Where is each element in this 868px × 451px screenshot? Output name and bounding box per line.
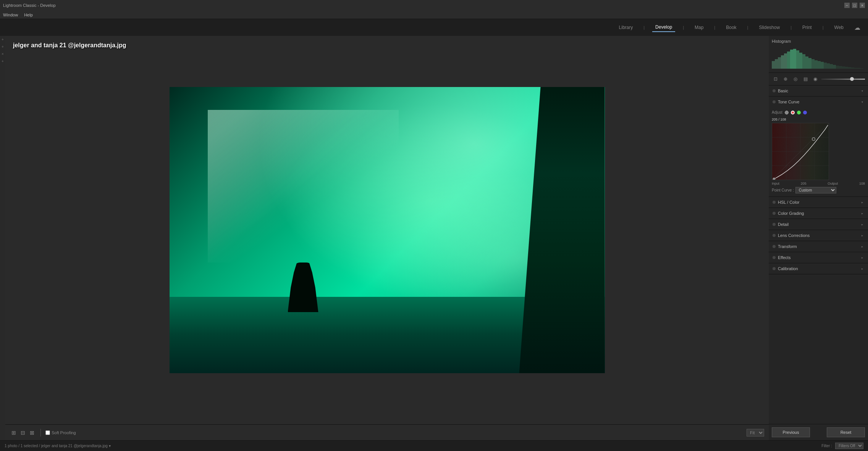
channel-dot-green[interactable] <box>797 111 801 114</box>
color-grading-header[interactable]: Color Grading ▸ <box>769 208 868 219</box>
graduated-filter-tool[interactable]: ▤ <box>802 75 809 83</box>
transform-header-left: Transform <box>773 244 797 249</box>
tone-curve-header-left: Tone Curve <box>773 100 799 104</box>
nav-map[interactable]: Map <box>692 23 706 32</box>
point-curve-row: Point Curve : Custom Linear Medium Contr… <box>772 187 865 193</box>
svg-rect-6 <box>790 50 793 69</box>
transform-section-header[interactable]: Transform ▸ <box>769 241 868 252</box>
svg-rect-16 <box>821 62 824 69</box>
nav-sep-3: | <box>714 25 715 30</box>
nav-slideshow[interactable]: Slideshow <box>756 23 783 32</box>
nav-web[interactable]: Web <box>831 23 847 32</box>
status-right: Filter : Filters Off Flagged Rated <box>821 443 863 449</box>
tone-curve-graph[interactable] <box>772 123 829 180</box>
status-left: 1 photo / 1 selected / jelger and tanja … <box>5 444 111 448</box>
title-bar-controls: − □ × <box>844 3 865 8</box>
status-filename: jelger and tanja 21 @jelgerandtanja.jpg <box>41 444 108 448</box>
lens-corrections-header-left: Lens Corrections <box>773 233 810 238</box>
detail-enable-dot[interactable] <box>773 223 776 226</box>
grid-view-btn[interactable]: ⊞ <box>10 429 18 437</box>
tool-icons-row: ⊡ ⊕ ◎ ▤ ◉ <box>769 73 868 85</box>
basic-section-header[interactable]: Basic ▾ <box>769 85 868 96</box>
svg-rect-13 <box>811 59 815 69</box>
nav-print[interactable]: Print <box>799 23 815 32</box>
svg-rect-10 <box>802 54 805 69</box>
svg-rect-19 <box>830 64 833 69</box>
minimize-button[interactable]: − <box>844 3 850 8</box>
healing-tool[interactable]: ⊕ <box>782 75 789 83</box>
tone-curve-section-header[interactable]: Tone Curve ▾ <box>769 97 868 107</box>
compare-btn[interactable]: ⊠ <box>28 429 36 437</box>
calibration-section-header[interactable]: Calibration ▸ <box>769 263 868 274</box>
tone-curve-controls: Adjust <box>772 110 865 114</box>
status-arrow[interactable]: ▾ <box>109 444 111 448</box>
svg-rect-29 <box>860 68 863 69</box>
transform-section: Transform ▸ <box>769 241 868 252</box>
lens-corrections-label: Lens Corrections <box>778 233 810 238</box>
hsl-header-left: HSL / Color <box>773 200 799 205</box>
transform-enable-dot[interactable] <box>773 245 776 248</box>
image-ground <box>170 297 605 373</box>
detail-section-header[interactable]: Detail ▸ <box>769 219 868 230</box>
previous-button[interactable]: Previous <box>772 427 810 437</box>
effects-enable-dot[interactable] <box>773 256 776 259</box>
channel-dot-gray[interactable] <box>785 111 789 114</box>
right-panel: Histogram <box>769 36 868 440</box>
soft-proofing-control[interactable]: Soft Proofing <box>45 430 76 435</box>
left-icon-1[interactable]: + <box>2 37 4 42</box>
photo-title: jelger and tanja 21 @jelgerandtanja.jpg <box>13 42 126 49</box>
left-icon-2[interactable]: + <box>2 45 4 49</box>
color-grading-enable-dot[interactable] <box>773 212 776 215</box>
tone-curve-content: Adjust 205 / 108 <box>769 107 868 197</box>
menu-window[interactable]: Window <box>3 13 18 17</box>
tone-curve-enable-dot[interactable] <box>773 100 776 103</box>
transform-collapse-icon: ▸ <box>860 245 864 248</box>
color-grading-collapse-icon: ▸ <box>860 211 864 215</box>
maximize-button[interactable]: □ <box>852 3 857 8</box>
color-grading-label: Color Grading <box>778 211 804 216</box>
effects-section-label: Effects <box>778 255 790 260</box>
soft-proofing-checkbox[interactable] <box>45 430 50 435</box>
close-button[interactable]: × <box>860 3 865 8</box>
basic-enable-dot[interactable] <box>773 89 776 92</box>
lens-corrections-header[interactable]: Lens Corrections ▸ <box>769 230 868 241</box>
toolbar-right: Fit Fill 1:1 <box>747 429 764 437</box>
svg-rect-14 <box>815 60 818 69</box>
color-grading-header-left: Color Grading <box>773 211 804 216</box>
main-image <box>170 87 605 373</box>
svg-rect-25 <box>848 67 851 69</box>
redeye-tool[interactable]: ◎ <box>792 75 799 83</box>
radial-filter-tool[interactable]: ◉ <box>811 75 819 83</box>
top-nav: Library | Develop | Map | Book | Slidesh… <box>0 19 868 36</box>
svg-rect-3 <box>781 55 784 69</box>
nav-library[interactable]: Library <box>616 23 636 32</box>
crop-tool[interactable]: ⊡ <box>772 75 779 83</box>
right-panel-scroll[interactable]: Basic ▾ Tone Curve ▾ <box>769 85 868 424</box>
svg-rect-28 <box>857 68 860 69</box>
tool-slider[interactable] <box>821 79 865 80</box>
reset-button[interactable]: Reset <box>827 427 865 437</box>
svg-rect-23 <box>842 66 845 69</box>
svg-rect-15 <box>818 61 821 69</box>
left-icon-add[interactable]: + <box>2 59 4 63</box>
filter-select[interactable]: Filters Off Flagged Rated <box>835 443 863 449</box>
hsl-enable-dot[interactable] <box>773 201 776 204</box>
filmstrip-btn[interactable]: ⊟ <box>19 429 27 437</box>
nav-book[interactable]: Book <box>723 23 739 32</box>
transform-section-label: Transform <box>778 244 797 249</box>
calibration-enable-dot[interactable] <box>773 267 776 270</box>
channel-dot-blue[interactable] <box>803 111 807 114</box>
point-curve-select[interactable]: Custom Linear Medium Contrast Strong Con… <box>795 187 836 193</box>
lens-corrections-enable-dot[interactable] <box>773 234 776 237</box>
menu-help[interactable]: Help <box>24 13 33 17</box>
channel-dot-red[interactable] <box>791 111 795 114</box>
calibration-section-label: Calibration <box>778 266 798 271</box>
nav-develop[interactable]: Develop <box>652 23 675 32</box>
zoom-dropdown[interactable]: Fit Fill 1:1 <box>747 429 764 437</box>
hsl-section-header[interactable]: HSL / Color ▸ <box>769 197 868 208</box>
effects-section-header[interactable]: Effects ▸ <box>769 252 868 263</box>
detail-collapse-icon: ▸ <box>860 222 864 226</box>
adjust-label: Adjust <box>772 110 782 114</box>
cloud-icon[interactable]: ☁ <box>854 24 860 31</box>
left-icon-close[interactable]: × <box>2 52 4 56</box>
